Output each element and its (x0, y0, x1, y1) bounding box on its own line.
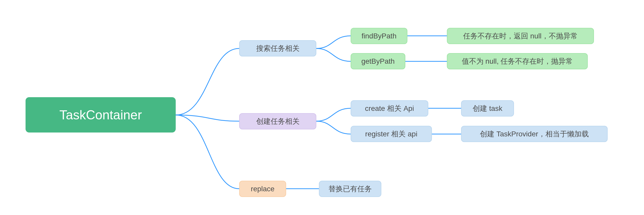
link-search-findByPath (316, 36, 351, 48)
node-replace-desc[interactable]: 替换已有任务 (319, 181, 381, 197)
node-register-api[interactable]: register 相关 api (351, 126, 432, 142)
node-create[interactable]: 创建任务相关 (239, 113, 316, 129)
node-getByPath-desc[interactable]: 值不为 null, 任务不存在时，抛异常 (447, 53, 588, 69)
link-create-register (316, 121, 351, 134)
link-create-createapi (316, 108, 351, 121)
node-findByPath-desc[interactable]: 任务不存在时，返回 null，不抛异常 (447, 28, 594, 44)
node-search[interactable]: 搜索任务相关 (239, 40, 316, 56)
node-replace[interactable]: replace (239, 181, 286, 197)
node-create-api[interactable]: create 相关 Api (351, 100, 428, 117)
link-root-replace (176, 115, 239, 189)
node-create-api-desc[interactable]: 创建 task (461, 100, 514, 117)
link-root-search (176, 48, 239, 115)
root-node[interactable]: TaskContainer (26, 97, 176, 133)
link-root-create (176, 115, 239, 121)
node-register-api-desc[interactable]: 创建 TaskProvider，相当于懒加载 (461, 126, 608, 142)
link-search-getByPath (316, 48, 351, 61)
node-getByPath[interactable]: getByPath (351, 53, 405, 69)
node-findByPath[interactable]: findByPath (351, 28, 407, 44)
